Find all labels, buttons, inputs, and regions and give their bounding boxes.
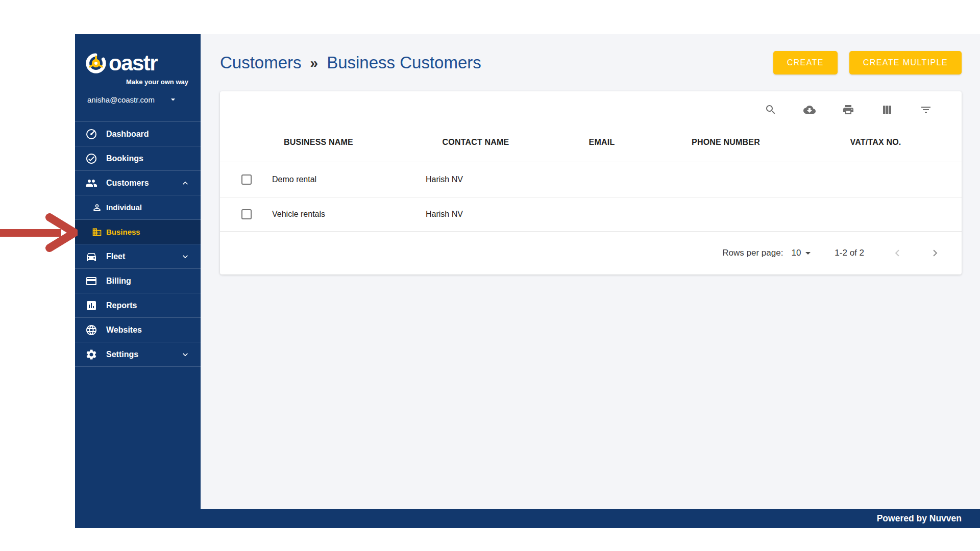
bar-chart-icon [85,299,97,312]
next-page-button[interactable] [928,246,942,260]
breadcrumb-separator: » [310,54,318,71]
sidebar-item-fleet[interactable]: Fleet [75,244,201,269]
column-business-name: BUSINESS NAME [258,138,379,147]
sidebar-item-label: Fleet [106,252,125,261]
sidebar-item-label: Websites [106,325,142,335]
cell-business-name: Vehicle rentals [258,210,379,219]
footer-bar: Powered by Nuvven [201,509,980,528]
header-actions: CREATE CREATE MULTIPLE [762,51,962,74]
sidebar-item-bookings[interactable]: Bookings [75,146,201,171]
gear-icon [85,348,97,361]
credit-card-icon [85,275,97,287]
people-icon [85,177,97,189]
sidebar-item-dashboard[interactable]: Dashboard [75,122,201,146]
previous-page-button[interactable] [891,246,904,260]
sidebar-item-billing[interactable]: Billing [75,269,201,293]
chevron-right-icon [928,246,942,260]
check-circle-icon [85,153,97,165]
table-header-row: BUSINESS NAME CONTACT NAME EMAIL PHONE N… [220,122,962,162]
sidebar-item-label: Individual [106,203,142,212]
business-customers-table: BUSINESS NAME CONTACT NAME EMAIL PHONE N… [220,91,962,274]
table-toolbar [220,91,962,122]
row-checkbox[interactable] [241,209,252,219]
sidebar-item-reports[interactable]: Reports [75,293,201,318]
sidebar-item-label: Customers [106,179,149,188]
download-icon[interactable] [803,104,816,116]
create-multiple-button[interactable]: CREATE MULTIPLE [849,51,962,74]
sidebar-item-websites[interactable]: Websites [75,318,201,342]
table-row[interactable]: Vehicle rentals Harish NV [220,197,962,232]
column-email: EMAIL [572,138,631,147]
car-icon [85,251,97,263]
cell-business-name: Demo rental [258,175,379,184]
logo-tagline: Make your own way [84,78,192,86]
breadcrumb-business-customers: Business Customers [327,53,481,72]
globe-icon [85,324,97,336]
table-row[interactable]: Demo rental Harish NV [220,162,962,197]
chevron-down-icon [180,252,190,262]
chevron-left-icon [891,246,904,260]
rows-per-page-value: 10 [791,248,801,258]
view-columns-icon[interactable] [881,104,893,116]
powered-by-text: Powered by Nuvven [877,513,962,524]
sidebar-item-customers[interactable]: Customers [75,171,201,195]
chevron-up-icon [180,178,190,188]
cell-contact-name: Harish NV [379,210,572,219]
row-checkbox[interactable] [241,174,252,185]
breadcrumb: Customers » Business Customers [220,53,481,72]
main-content: Customers » Business Customers CREATE CR… [201,34,980,528]
cell-contact-name: Harish NV [379,175,572,184]
coastr-logo: oastr Make your own way [75,34,201,86]
sidebar-item-settings[interactable]: Settings [75,342,201,367]
search-icon[interactable] [765,104,777,116]
logo-text: oastr [109,53,157,74]
caret-down-icon [802,247,814,259]
steering-wheel-logo-icon [84,52,108,75]
table-pagination: Rows per page: 10 1-2 of 2 [220,232,962,274]
column-phone-number: PHONE NUMBER [631,138,820,147]
chevron-down-icon [180,349,190,360]
column-contact-name: CONTACT NAME [379,138,572,147]
sidebar-item-label: Dashboard [106,130,149,139]
sidebar-item-label: Bookings [106,154,143,163]
sidebar-item-business[interactable]: Business [75,220,201,244]
dashboard-gauge-icon [85,128,97,140]
rows-per-page-select[interactable]: 10 [791,247,814,259]
caret-down-icon [168,94,178,105]
create-button[interactable]: CREATE [773,51,838,74]
pagination-range: 1-2 of 2 [835,248,864,258]
person-icon [92,203,102,213]
account-email: anisha@coastr.com [87,95,155,104]
account-menu[interactable]: anisha@coastr.com [87,94,201,105]
sidebar-item-individual[interactable]: Individual [75,195,201,220]
breadcrumb-customers[interactable]: Customers [220,53,302,72]
building-icon [92,227,102,237]
print-icon[interactable] [842,104,854,116]
rows-per-page-label: Rows per page: [722,248,783,258]
filter-icon[interactable] [920,104,932,116]
annotation-arrow [0,213,78,252]
column-vat-tax-no: VAT/TAX NO. [820,138,962,147]
sidebar-item-label: Settings [106,350,138,359]
sidebar-item-label: Reports [106,301,137,310]
sidebar-item-label: Business [106,228,140,236]
app-screen: oastr Make your own way anisha@coastr.co… [0,0,980,551]
sidebar-nav: Dashboard Bookings Customers [75,121,201,367]
sidebar-item-label: Billing [106,277,131,286]
sidebar: oastr Make your own way anisha@coastr.co… [75,34,201,528]
